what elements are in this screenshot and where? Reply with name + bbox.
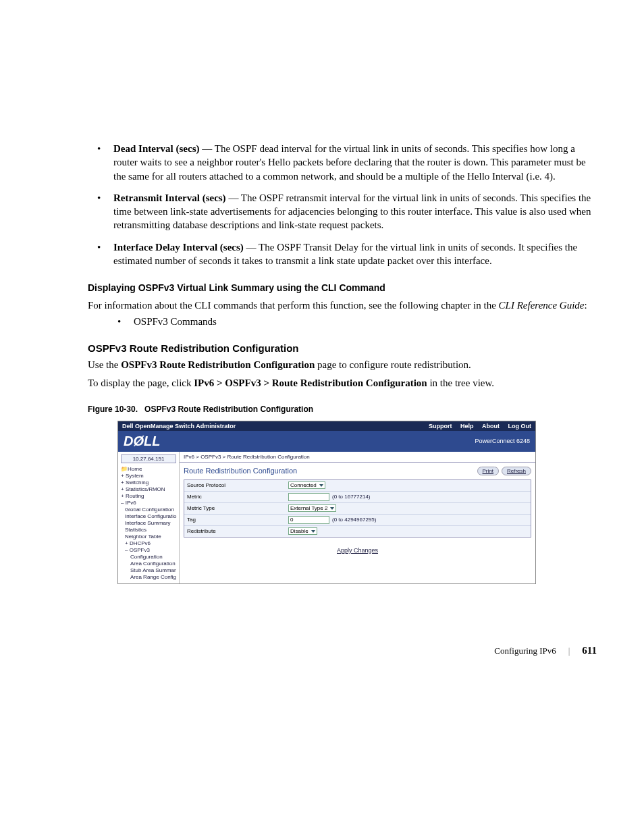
select-metric-type[interactable]: External Type 2 — [288, 504, 336, 512]
cli-commands-list: OSPFv3 Commands — [88, 316, 597, 328]
label-source-protocol: Source Protocol — [187, 482, 288, 488]
hint-tag: (0 to 4294967295) — [332, 517, 376, 523]
tree-switching[interactable]: + Switching — [121, 479, 179, 486]
tree-stats-rmon[interactable]: + Statistics/RMON — [121, 486, 179, 493]
dell-logo: DØLL — [124, 434, 160, 449]
tree-ospfv3-config[interactable]: Configuration — [121, 554, 179, 561]
hint-metric: (0 to 16777214) — [332, 494, 371, 500]
nav-help[interactable]: Help — [460, 423, 474, 429]
print-button[interactable]: Print — [477, 467, 499, 475]
figure-caption: Figure 10-30. OSPFv3 Route Redistributio… — [88, 405, 597, 414]
select-source-protocol[interactable]: Connected — [288, 481, 325, 489]
device-ip: 10.27.64.151 — [121, 454, 176, 463]
tree-interface-config[interactable]: Interface Configuratio — [121, 513, 179, 520]
tree-routing[interactable]: + Routing — [121, 493, 179, 500]
nav-logout[interactable]: Log Out — [508, 423, 532, 429]
footer-page-number: 611 — [582, 645, 597, 656]
label-metric-type: Metric Type — [187, 505, 288, 511]
app-title: Dell OpenManage Switch Administrator — [122, 423, 236, 429]
config-form: Source Protocol Connected Metric (0 to 1… — [184, 479, 531, 538]
tree-stub-area-summary[interactable]: Stub Area Summar — [121, 567, 179, 574]
tree-area-range-config[interactable]: Area Range Config — [121, 574, 179, 581]
model-label: PowerConnect 6248 — [475, 438, 530, 444]
tree-interface-summary[interactable]: Interface Summary — [121, 520, 179, 527]
sidebar: 10.27.64.151 📁Home + System + Switching … — [118, 452, 180, 583]
breadcrumb: IPv6 > OSPFv3 > Route Redistribution Con… — [180, 452, 535, 463]
bullet-interface-delay: Interface Delay Interval (secs) — The OS… — [88, 240, 597, 268]
bullet-retransmit-interval: Retransmit Interval (secs) — The OSPF re… — [88, 191, 597, 232]
label-metric: Metric — [187, 494, 288, 500]
label-tag: Tag — [187, 517, 288, 523]
screenshot-route-redist: Dell OpenManage Switch Administrator Sup… — [117, 421, 536, 584]
usage-paragraph: Use the OSPFv3 Route Redistribution Conf… — [88, 358, 597, 371]
tree-dhcpv6[interactable]: + DHCPv6 — [121, 540, 179, 547]
bullet-dead-interval: Dead Interval (secs) — The OSPF dead int… — [88, 142, 597, 183]
term: Interface Delay Interval (secs) — [113, 242, 244, 253]
nav-about[interactable]: About — [482, 423, 500, 429]
tree-system[interactable]: + System — [121, 473, 179, 479]
tree-ospfv3[interactable]: – OSPFv3 — [121, 547, 179, 554]
tree-global-config[interactable]: Global Configuration — [121, 506, 179, 513]
tree-statistics[interactable]: Statistics — [121, 527, 179, 533]
cli-paragraph: For information about the CLI commands t… — [88, 298, 597, 312]
tree-home[interactable]: 📁Home — [121, 466, 179, 473]
select-redistribute[interactable]: Disable — [288, 527, 317, 535]
page-footer: Configuring IPv6 | 611 — [88, 645, 597, 656]
tree-neighbor-table[interactable]: Neighbor Table — [121, 533, 179, 540]
term: Retransmit Interval (secs) — [113, 192, 226, 203]
section-heading-route-redist: OSPFv3 Route Redistribution Configuratio… — [88, 342, 597, 354]
nav-tree: 📁Home + System + Switching + Statistics/… — [118, 466, 179, 581]
cli-command-item: OSPFv3 Commands — [88, 316, 597, 328]
footer-section: Configuring IPv6 — [494, 646, 556, 656]
subheading-cli: Displaying OSPFv3 Virtual Link Summary u… — [88, 282, 597, 293]
tree-area-config[interactable]: Area Configuration — [121, 561, 179, 567]
refresh-button[interactable]: Refresh — [502, 467, 531, 475]
main-panel: IPv6 > OSPFv3 > Route Redistribution Con… — [180, 452, 535, 583]
brand-bar: DØLL PowerConnect 6248 — [118, 431, 535, 452]
navigation-paragraph: To display the page, click IPv6 > OSPFv3… — [88, 376, 597, 390]
tree-ipv6[interactable]: – IPv6 — [121, 500, 179, 506]
app-topbar: Dell OpenManage Switch Administrator Sup… — [118, 421, 535, 431]
input-metric[interactable] — [288, 493, 329, 501]
apply-changes-button[interactable]: Apply Changes — [337, 547, 378, 554]
input-tag[interactable]: 0 — [288, 516, 329, 524]
page-title: Route Redistribution Configuration — [184, 467, 297, 475]
nav-support[interactable]: Support — [429, 423, 452, 429]
label-redistribute: Redistribute — [187, 528, 288, 534]
footer-separator: | — [568, 646, 570, 656]
term: Dead Interval (secs) — [113, 143, 199, 154]
definition-list: Dead Interval (secs) — The OSPF dead int… — [88, 142, 597, 267]
